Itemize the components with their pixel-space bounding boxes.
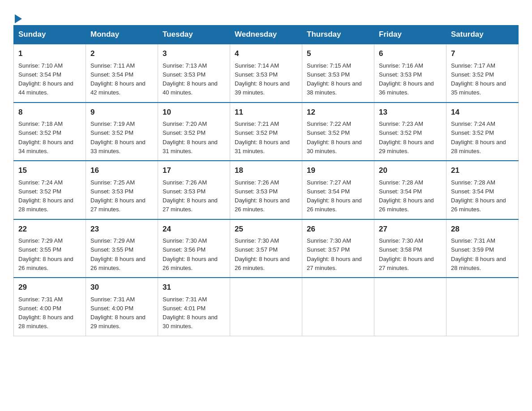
day-info: Sunrise: 7:22 AMSunset: 3:52 PMDaylight:… [307,120,362,154]
day-number: 12 [307,107,369,118]
day-number: 1 [18,48,81,60]
day-cell: 29 Sunrise: 7:31 AMSunset: 4:00 PMDaylig… [14,278,86,336]
logo [13,13,22,21]
day-cell: 24 Sunrise: 7:30 AMSunset: 3:56 PMDaylig… [158,219,230,278]
logo-arrow-icon [15,14,22,23]
calendar-table: SundayMondayTuesdayWednesdayThursdayFrid… [13,25,519,336]
day-cell: 30 Sunrise: 7:31 AMSunset: 4:00 PMDaylig… [86,278,158,336]
day-info: Sunrise: 7:30 AMSunset: 3:57 PMDaylight:… [235,237,290,271]
day-cell: 8 Sunrise: 7:18 AMSunset: 3:52 PMDayligh… [14,103,86,161]
day-number: 23 [90,223,153,235]
day-cell: 28 Sunrise: 7:31 AMSunset: 3:59 PMDaylig… [446,219,519,278]
day-cell: 1 Sunrise: 7:10 AMSunset: 3:54 PMDayligh… [14,44,86,103]
day-cell [302,278,374,336]
day-cell: 19 Sunrise: 7:27 AMSunset: 3:54 PMDaylig… [302,161,374,219]
week-row-3: 15 Sunrise: 7:24 AMSunset: 3:52 PMDaylig… [14,161,519,219]
day-cell [230,278,302,336]
day-cell: 26 Sunrise: 7:30 AMSunset: 3:57 PMDaylig… [302,219,374,278]
day-cell: 12 Sunrise: 7:22 AMSunset: 3:52 PMDaylig… [302,103,374,161]
day-info: Sunrise: 7:31 AMSunset: 4:00 PMDaylight:… [18,296,73,330]
day-number: 15 [18,165,81,176]
day-number: 10 [163,107,225,118]
day-number: 19 [307,165,369,176]
day-number: 20 [379,165,442,176]
day-info: Sunrise: 7:30 AMSunset: 3:56 PMDaylight:… [163,237,218,271]
day-info: Sunrise: 7:10 AMSunset: 3:54 PMDaylight:… [18,62,73,96]
day-cell [374,278,446,336]
day-cell: 31 Sunrise: 7:31 AMSunset: 4:01 PMDaylig… [158,278,230,336]
weekday-header-row: SundayMondayTuesdayWednesdayThursdayFrid… [14,26,519,44]
day-info: Sunrise: 7:20 AMSunset: 3:52 PMDaylight:… [163,120,218,154]
day-info: Sunrise: 7:24 AMSunset: 3:52 PMDaylight:… [18,179,73,213]
day-cell: 18 Sunrise: 7:26 AMSunset: 3:53 PMDaylig… [230,161,302,219]
day-info: Sunrise: 7:17 AMSunset: 3:52 PMDaylight:… [451,62,506,96]
day-cell: 3 Sunrise: 7:13 AMSunset: 3:53 PMDayligh… [158,44,230,103]
day-info: Sunrise: 7:29 AMSunset: 3:55 PMDaylight:… [18,237,73,271]
day-cell: 10 Sunrise: 7:20 AMSunset: 3:52 PMDaylig… [158,103,230,161]
page-header [13,9,519,21]
day-info: Sunrise: 7:21 AMSunset: 3:52 PMDaylight:… [235,120,290,154]
day-number: 5 [307,48,369,60]
day-cell: 21 Sunrise: 7:28 AMSunset: 3:54 PMDaylig… [446,161,519,219]
day-number: 9 [90,107,153,118]
weekday-header-wednesday: Wednesday [230,26,302,44]
day-number: 27 [379,223,442,235]
day-info: Sunrise: 7:19 AMSunset: 3:52 PMDaylight:… [90,120,146,154]
day-info: Sunrise: 7:30 AMSunset: 3:57 PMDaylight:… [307,237,362,271]
day-cell: 6 Sunrise: 7:16 AMSunset: 3:53 PMDayligh… [374,44,446,103]
day-number: 26 [307,223,369,235]
day-info: Sunrise: 7:28 AMSunset: 3:54 PMDaylight:… [451,179,506,213]
day-number: 24 [163,223,225,235]
day-number: 29 [18,282,81,293]
day-number: 13 [379,107,442,118]
day-info: Sunrise: 7:25 AMSunset: 3:53 PMDaylight:… [90,179,146,213]
weekday-header-thursday: Thursday [302,26,374,44]
day-info: Sunrise: 7:16 AMSunset: 3:53 PMDaylight:… [379,62,434,96]
day-info: Sunrise: 7:26 AMSunset: 3:53 PMDaylight:… [235,179,290,213]
day-number: 18 [235,165,297,176]
day-number: 16 [90,165,153,176]
weekday-header-monday: Monday [86,26,158,44]
day-number: 17 [163,165,225,176]
day-number: 14 [451,107,514,118]
day-cell: 16 Sunrise: 7:25 AMSunset: 3:53 PMDaylig… [86,161,158,219]
week-row-2: 8 Sunrise: 7:18 AMSunset: 3:52 PMDayligh… [14,103,519,161]
day-info: Sunrise: 7:18 AMSunset: 3:52 PMDaylight:… [18,120,73,154]
day-number: 21 [451,165,514,176]
week-row-4: 22 Sunrise: 7:29 AMSunset: 3:55 PMDaylig… [14,219,519,278]
day-number: 22 [18,223,81,235]
week-row-1: 1 Sunrise: 7:10 AMSunset: 3:54 PMDayligh… [14,44,519,103]
day-info: Sunrise: 7:31 AMSunset: 4:01 PMDaylight:… [163,296,218,330]
day-number: 6 [379,48,442,60]
weekday-header-tuesday: Tuesday [158,26,230,44]
day-cell: 11 Sunrise: 7:21 AMSunset: 3:52 PMDaylig… [230,103,302,161]
day-info: Sunrise: 7:23 AMSunset: 3:52 PMDaylight:… [379,120,434,154]
day-cell: 15 Sunrise: 7:24 AMSunset: 3:52 PMDaylig… [14,161,86,219]
day-info: Sunrise: 7:14 AMSunset: 3:53 PMDaylight:… [235,62,290,96]
day-number: 28 [451,223,514,235]
day-info: Sunrise: 7:13 AMSunset: 3:53 PMDaylight:… [163,62,218,96]
day-number: 4 [235,48,297,60]
weekday-header-sunday: Sunday [14,26,86,44]
day-cell [446,278,519,336]
day-number: 11 [235,107,297,118]
day-number: 30 [90,282,153,293]
day-cell: 27 Sunrise: 7:30 AMSunset: 3:58 PMDaylig… [374,219,446,278]
day-info: Sunrise: 7:27 AMSunset: 3:54 PMDaylight:… [307,179,362,213]
day-number: 25 [235,223,297,235]
day-cell: 17 Sunrise: 7:26 AMSunset: 3:53 PMDaylig… [158,161,230,219]
day-cell: 7 Sunrise: 7:17 AMSunset: 3:52 PMDayligh… [446,44,519,103]
day-info: Sunrise: 7:15 AMSunset: 3:53 PMDaylight:… [307,62,362,96]
day-cell: 4 Sunrise: 7:14 AMSunset: 3:53 PMDayligh… [230,44,302,103]
day-cell: 25 Sunrise: 7:30 AMSunset: 3:57 PMDaylig… [230,219,302,278]
day-number: 31 [163,282,225,293]
day-info: Sunrise: 7:30 AMSunset: 3:58 PMDaylight:… [379,237,434,271]
weekday-header-friday: Friday [374,26,446,44]
day-info: Sunrise: 7:31 AMSunset: 4:00 PMDaylight:… [90,296,146,330]
day-info: Sunrise: 7:26 AMSunset: 3:53 PMDaylight:… [163,179,218,213]
day-number: 7 [451,48,514,60]
day-number: 8 [18,107,81,118]
day-cell: 5 Sunrise: 7:15 AMSunset: 3:53 PMDayligh… [302,44,374,103]
day-number: 2 [90,48,153,60]
day-info: Sunrise: 7:11 AMSunset: 3:54 PMDaylight:… [90,62,146,96]
